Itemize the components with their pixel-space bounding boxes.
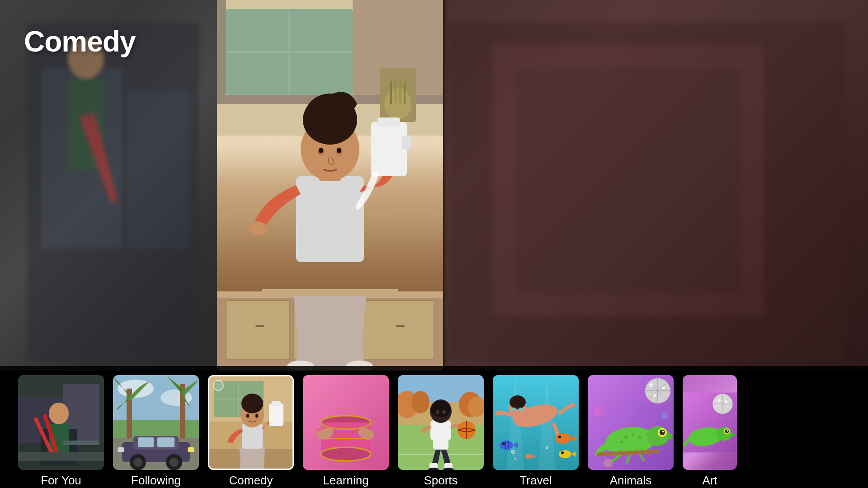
- svg-point-131: [442, 410, 446, 414]
- svg-point-157: [649, 383, 653, 387]
- carousel-item-animals[interactable]: Animals: [583, 375, 678, 488]
- svg-point-130: [436, 410, 439, 414]
- svg-point-142: [502, 442, 505, 445]
- main-category-title: Comedy: [24, 25, 136, 58]
- carousel-item-following[interactable]: Following: [108, 375, 203, 488]
- svg-point-141: [500, 441, 513, 450]
- svg-rect-72: [157, 437, 175, 447]
- svg-rect-136: [511, 408, 516, 411]
- carousel-label-following: Following: [131, 474, 181, 488]
- svg-rect-60: [18, 452, 104, 461]
- carousel-label-for-you: For You: [41, 474, 81, 488]
- carousel-label-sports: Sports: [424, 474, 458, 488]
- svg-point-171: [594, 406, 604, 417]
- svg-point-168: [638, 436, 642, 439]
- following-thumbnail-svg: [113, 375, 199, 470]
- svg-point-74: [133, 458, 142, 467]
- svg-point-172: [661, 412, 668, 419]
- svg-rect-33: [396, 325, 405, 327]
- svg-point-90: [241, 394, 263, 413]
- svg-point-49: [337, 148, 341, 153]
- svg-point-185: [725, 429, 729, 433]
- carousel-item-for-you[interactable]: For You: [14, 375, 108, 488]
- svg-point-135: [509, 395, 526, 409]
- svg-rect-31: [255, 325, 264, 327]
- svg-point-140: [558, 436, 561, 438]
- main-video: [217, 0, 443, 371]
- svg-rect-108: [326, 428, 331, 437]
- svg-point-146: [561, 451, 564, 454]
- carousel-item-learning[interactable]: Learning: [298, 375, 393, 488]
- svg-point-93: [246, 414, 249, 418]
- svg-rect-17: [217, 0, 226, 99]
- category-carousel: For You: [0, 366, 868, 488]
- carousel-label-animals: Animals: [610, 474, 651, 488]
- svg-rect-88: [272, 401, 281, 406]
- main-video-content: [217, 0, 443, 371]
- carousel-item-sports[interactable]: Sports: [393, 375, 488, 488]
- carousel-thumb-for-you: [18, 375, 104, 470]
- svg-point-169: [620, 441, 623, 443]
- svg-point-76: [170, 458, 179, 467]
- svg-rect-86: [242, 424, 263, 449]
- carousel-label-learning: Learning: [323, 474, 368, 488]
- svg-point-149: [546, 446, 548, 449]
- svg-point-148: [511, 450, 515, 454]
- background-left-figure: [27, 23, 199, 361]
- svg-point-94: [255, 414, 258, 418]
- carousel-thumb-following: [113, 375, 199, 470]
- sports-thumbnail-svg: [398, 375, 484, 470]
- learning-thumbnail-svg: [303, 375, 389, 470]
- for-you-thumbnail-svg: [18, 375, 104, 470]
- animals-thumbnail-svg: [588, 375, 674, 470]
- svg-point-173: [604, 459, 613, 468]
- svg-rect-78: [118, 447, 124, 452]
- svg-rect-36: [296, 176, 364, 262]
- svg-point-181: [725, 400, 727, 403]
- svg-point-37: [249, 221, 267, 235]
- background-right-figure: [448, 23, 845, 361]
- svg-point-21: [384, 88, 411, 120]
- svg-point-56: [49, 403, 69, 424]
- comedy-thumbnail-svg: [209, 376, 294, 470]
- svg-point-180: [718, 399, 721, 402]
- art-thumbnail-svg: [683, 375, 737, 470]
- travel-thumbnail-svg: [493, 375, 579, 470]
- svg-point-116: [411, 391, 429, 413]
- svg-point-161: [646, 426, 669, 446]
- svg-point-183: [716, 427, 732, 441]
- carousel-thumb-travel: [493, 375, 579, 470]
- svg-point-159: [653, 394, 656, 397]
- svg-rect-125: [430, 420, 451, 441]
- svg-rect-71: [138, 437, 154, 447]
- carousel-item-travel[interactable]: Travel: [488, 375, 583, 488]
- carousel-item-comedy[interactable]: Comedy: [203, 375, 298, 488]
- carousel-thumb-animals: [588, 375, 674, 470]
- svg-point-48: [319, 148, 323, 153]
- svg-point-129: [431, 401, 451, 417]
- svg-rect-77: [188, 447, 194, 452]
- carousel-label-art: Art: [702, 474, 717, 488]
- svg-rect-41: [402, 136, 411, 149]
- background-right: [443, 0, 868, 371]
- svg-point-186: [727, 430, 728, 432]
- svg-point-164: [660, 430, 665, 435]
- svg-point-145: [559, 450, 571, 458]
- svg-point-166: [624, 436, 628, 439]
- active-indicator: [213, 380, 224, 391]
- svg-point-147: [525, 454, 533, 459]
- svg-point-162: [668, 433, 672, 437]
- carousel-thumb-sports: [398, 375, 484, 470]
- svg-rect-28: [226, 300, 289, 359]
- svg-rect-87: [269, 404, 283, 426]
- svg-rect-39: [371, 122, 407, 176]
- svg-point-139: [555, 433, 571, 444]
- svg-point-150: [514, 458, 516, 460]
- svg-rect-2: [127, 90, 190, 249]
- svg-rect-50: [262, 289, 398, 296]
- carousel-item-art[interactable]: Art: [678, 375, 741, 488]
- svg-rect-137: [519, 408, 524, 411]
- carousel-label-travel: Travel: [519, 474, 552, 488]
- svg-point-165: [662, 431, 664, 432]
- svg-rect-40: [377, 117, 400, 127]
